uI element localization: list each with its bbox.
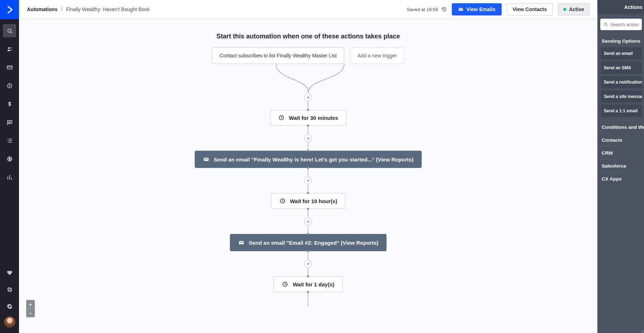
saved-label: Saved at 16:59 (407, 7, 438, 12)
action-send-notification[interactable]: Send a notification email (601, 76, 642, 88)
section-crm[interactable]: CRM (597, 146, 644, 159)
wait-10h-label: Wait for 10 hour(s) (290, 198, 337, 204)
nav-contacts[interactable] (3, 42, 16, 56)
svg-rect-8 (8, 287, 10, 290)
svg-point-15 (604, 23, 607, 25)
email-node-2[interactable]: Send an email "Email #2: Engaged" (View … (230, 234, 387, 251)
add-step-button[interactable] (304, 260, 312, 268)
view-emails-button[interactable]: View Emails (452, 3, 502, 15)
breadcrumb-current: Finally Wealthy: Haven't Bought Book (66, 6, 150, 12)
nav-settings[interactable] (3, 300, 16, 313)
envelope-icon (458, 6, 464, 12)
svg-point-5 (9, 85, 10, 86)
section-sending-options[interactable]: Sending Options (597, 34, 644, 47)
status-dot-icon (563, 8, 566, 11)
search-icon (603, 22, 608, 27)
nav-automations[interactable] (3, 79, 16, 92)
merge-connector (251, 64, 366, 93)
action-send-site-message[interactable]: Send a site message (601, 90, 642, 103)
actions-search-input[interactable] (610, 22, 639, 27)
wait-node-10h[interactable]: Wait for 10 hour(s) (271, 193, 346, 209)
zoom-in-button[interactable]: + (26, 300, 35, 309)
saved-status: Saved at 16:59 (407, 6, 446, 12)
breadcrumb: Automations / Finally Wealthy: Haven't B… (27, 6, 150, 12)
view-contacts-label: View Contacts (513, 6, 547, 12)
zoom-controls: + – (26, 300, 35, 317)
nav-reports[interactable] (3, 170, 16, 184)
wait-node-30min[interactable]: Wait for 30 minutes (270, 110, 347, 126)
svg-rect-7 (9, 289, 11, 291)
search-icon (6, 28, 13, 34)
wait-30-label: Wait for 30 minutes (289, 115, 338, 121)
section-contacts[interactable]: Contacts (597, 133, 644, 146)
nav-copy[interactable] (3, 283, 16, 296)
nav-deals[interactable] (3, 97, 16, 111)
svg-point-0 (8, 29, 11, 32)
gear-icon (6, 303, 13, 310)
automation-canvas[interactable]: Start this automation when one of these … (19, 19, 597, 333)
history-icon[interactable] (441, 6, 447, 12)
action-send-1to1[interactable]: Send a 1:1 email (601, 105, 642, 117)
copy-icon (6, 286, 13, 293)
nav-lists[interactable] (3, 134, 16, 147)
add-trigger-label: Add a new trigger (357, 53, 397, 58)
envelope-icon (238, 239, 245, 246)
add-step-button[interactable] (304, 217, 312, 225)
wait-1d-label: Wait for 1 day(s) (293, 281, 334, 287)
actions-panel: Actions Sending Options Send an email Se… (597, 0, 644, 333)
add-step-button[interactable] (304, 177, 312, 184)
email-node-1[interactable]: Send an email "Finally Wealthy is here! … (195, 151, 422, 168)
resize-notch-icon (640, 329, 643, 332)
user-avatar[interactable] (4, 316, 15, 328)
dollar-icon (6, 101, 13, 107)
canvas-heading: Start this automation when one of these … (216, 33, 400, 40)
nav-site[interactable] (3, 152, 16, 165)
nav-campaigns[interactable] (3, 61, 16, 74)
envelope-icon (203, 156, 209, 163)
trigger-node[interactable]: Contact subscribes to list Finally Wealt… (212, 47, 344, 64)
add-step-button[interactable] (304, 134, 312, 142)
clock-icon (279, 198, 286, 204)
wait-node-1d[interactable]: Wait for 1 day(s) (274, 276, 342, 292)
envelope-icon (6, 64, 13, 71)
trigger-label: Contact subscribes to list Finally Wealt… (219, 53, 337, 58)
nav-favorites[interactable] (3, 266, 16, 279)
status-label: Active (569, 6, 584, 12)
actions-panel-title: Actions (597, 0, 644, 14)
email2-label: Send an email "Email #2: Engaged" (View … (249, 240, 379, 246)
section-salesforce[interactable]: Salesforce (597, 159, 644, 172)
breadcrumb-root[interactable]: Automations (27, 6, 58, 12)
svg-point-1 (8, 47, 10, 49)
globe-icon (6, 156, 13, 162)
nav-conversations[interactable] (3, 116, 16, 129)
zoom-out-button[interactable]: – (26, 309, 35, 317)
sending-options-list: Send an email Send an SMS Send a notific… (597, 47, 644, 121)
clock-icon (282, 281, 288, 287)
view-emails-label: View Emails (467, 6, 496, 12)
list-icon (6, 137, 13, 144)
nav-search[interactable] (3, 24, 16, 37)
view-contacts-button[interactable]: View Contacts (507, 3, 553, 15)
status-button[interactable]: Active (558, 3, 589, 15)
add-step-button[interactable] (304, 93, 312, 101)
heart-icon (6, 269, 13, 276)
topbar: Automations / Finally Wealthy: Haven't B… (19, 0, 597, 19)
clock-icon (278, 114, 285, 121)
automation-icon (6, 83, 13, 89)
action-send-sms[interactable]: Send an SMS (601, 62, 642, 74)
actions-search[interactable] (600, 19, 642, 30)
add-trigger-button[interactable]: Add a new trigger (350, 47, 404, 64)
svg-point-2 (10, 47, 11, 48)
chat-icon (6, 119, 13, 126)
contacts-icon (6, 46, 13, 52)
action-send-email[interactable]: Send an email (601, 47, 642, 60)
email1-label: Send an email "Finally Wealthy is here! … (214, 156, 413, 163)
app-logo[interactable] (0, 0, 19, 19)
left-nav (0, 0, 19, 333)
section-conditions[interactable]: Conditions and Workflow (597, 121, 644, 133)
chevron-right-logo-icon (5, 5, 14, 14)
reports-icon (6, 174, 13, 180)
section-cxapps[interactable]: CX Apps (597, 172, 644, 185)
